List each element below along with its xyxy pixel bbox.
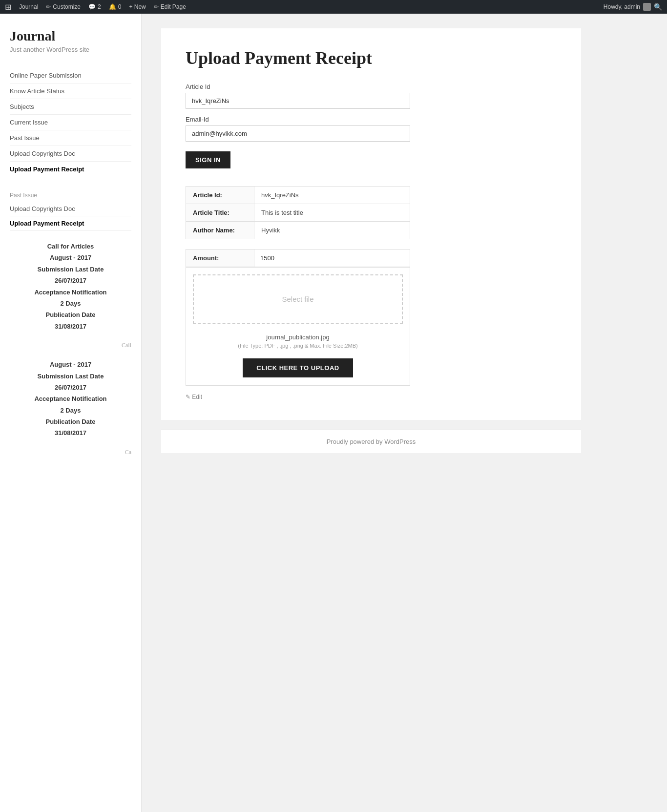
article-id-label: Article Id	[186, 83, 557, 90]
admin-bar-new-link[interactable]: + New	[129, 3, 146, 10]
article-info-table: Article Id: hvk_IqreZiNs Article Title: …	[186, 186, 410, 239]
author-name-key: Author Name:	[186, 222, 254, 239]
email-id-group: Email-Id	[186, 116, 557, 142]
nav-item-current-issue[interactable]: Current Issue	[10, 115, 131, 130]
comments-icon: 💬	[88, 3, 96, 10]
article-title-key: Article Title:	[186, 204, 254, 222]
notifications-icon: 🔔	[109, 3, 116, 10]
call-truncated: Call	[10, 342, 131, 349]
site-footer: Proudly powered by WordPress	[161, 430, 581, 453]
email-id-label: Email-Id	[186, 116, 557, 123]
table-row: Article Title: This is test title	[186, 204, 410, 222]
article-id-key: Article Id:	[186, 187, 254, 204]
email-id-input[interactable]	[186, 125, 410, 142]
file-drop-area[interactable]: Select file	[193, 274, 403, 324]
edit-link: ✎ Edit	[186, 386, 557, 400]
nav-link-upload-payment[interactable]: Upload Payment Receipt	[10, 162, 131, 177]
table-row: Author Name: Hyvikk	[186, 222, 410, 239]
nav-item-know-article-status[interactable]: Know Article Status	[10, 83, 131, 99]
nav-link-know-article-status[interactable]: Know Article Status	[10, 83, 131, 99]
site-title: Journal	[10, 28, 131, 44]
site-tagline: Just another WordPress site	[10, 46, 131, 53]
edit-anchor[interactable]: ✎ Edit	[186, 394, 202, 400]
pencil-icon: ✏	[46, 3, 51, 10]
pencil-icon-2: ✏	[154, 3, 159, 10]
table-row: Article Id: hvk_IqreZiNs	[186, 187, 410, 204]
sidebar-widget-1: Call for Articles August - 2017 Submissi…	[10, 241, 131, 332]
upload-button[interactable]: CLICK HERE TO UPLOAD	[243, 358, 353, 377]
admin-bar-notifications-link[interactable]: 🔔 0	[109, 3, 122, 10]
admin-bar: ⊞ Journal ✏ Customize 💬 2 🔔 0 + New ✏ Ed…	[0, 0, 667, 14]
main-content: Upload Payment Receipt Article Id Email-…	[142, 14, 667, 812]
footer-text: Proudly powered by WordPress	[327, 438, 416, 445]
article-id-input[interactable]	[186, 93, 410, 109]
nav-link-subjects[interactable]: Subjects	[10, 99, 131, 114]
author-name-value: Hyvikk	[254, 222, 410, 239]
select-file-label: Select file	[282, 295, 313, 303]
nav2-item-upload-copyrights[interactable]: Upload Copyrights Doc	[10, 202, 131, 216]
nav2-item-upload-payment[interactable]: Upload Payment Receipt	[10, 216, 131, 231]
file-hint: (File Type: PDF , .jpg , .png & Max. Fil…	[186, 343, 410, 354]
sidebar-nav2: Upload Copyrights Doc Upload Payment Rec…	[10, 202, 131, 231]
nav-link-online-paper-submission[interactable]: Online Paper Submission	[10, 68, 131, 83]
article-id-value: hvk_IqreZiNs	[254, 187, 410, 204]
content-card: Upload Payment Receipt Article Id Email-…	[161, 28, 581, 420]
nav-item-past-issue[interactable]: Past Issue	[10, 130, 131, 146]
page-title: Upload Payment Receipt	[186, 48, 557, 68]
amount-input[interactable]	[254, 250, 410, 266]
article-title-value: This is test title	[254, 204, 410, 222]
nav-link-current-issue[interactable]: Current Issue	[10, 115, 131, 130]
nav-link-past-issue[interactable]: Past Issue	[10, 130, 131, 146]
nav2-link-upload-copyrights[interactable]: Upload Copyrights Doc	[10, 202, 131, 216]
ca-truncated: Ca	[10, 449, 131, 456]
search-icon-button[interactable]: 🔍	[654, 3, 662, 11]
main-nav-menu: Online Paper Submission Know Article Sta…	[10, 68, 131, 177]
nav2-link-upload-payment[interactable]: Upload Payment Receipt	[10, 216, 131, 230]
howdy-section: Howdy, admin 🔍	[604, 3, 662, 11]
nav-item-upload-payment[interactable]: Upload Payment Receipt	[10, 162, 131, 177]
sign-in-button[interactable]: SIGN IN	[186, 151, 230, 168]
sidebar-widget-2: August - 2017 Submission Last Date 26/07…	[10, 359, 131, 439]
wp-logo-icon: ⊞	[5, 2, 11, 12]
avatar	[643, 3, 651, 11]
admin-bar-edit-page-link[interactable]: ✏ Edit Page	[154, 3, 186, 10]
sidebar-section2-title: Past Issue	[10, 192, 131, 199]
file-name: journal_publication.jpg	[186, 331, 410, 343]
amount-label: Amount:	[186, 250, 254, 267]
journal-label: Journal	[19, 3, 38, 10]
upload-section: Select file journal_publication.jpg (Fil…	[186, 267, 410, 386]
nav-item-upload-copyrights[interactable]: Upload Copyrights Doc	[10, 146, 131, 162]
admin-bar-journal-link[interactable]: Journal	[19, 3, 38, 10]
amount-row: Amount:	[186, 249, 410, 267]
article-id-group: Article Id	[186, 83, 557, 109]
sidebar: Journal Just another WordPress site Onli…	[0, 14, 142, 812]
nav-item-subjects[interactable]: Subjects	[10, 99, 131, 115]
nav-link-upload-copyrights[interactable]: Upload Copyrights Doc	[10, 146, 131, 161]
admin-bar-comments-link[interactable]: 💬 2	[88, 3, 101, 10]
admin-bar-customize-link[interactable]: ✏ Customize	[46, 3, 81, 10]
nav-item-online-paper-submission[interactable]: Online Paper Submission	[10, 68, 131, 83]
